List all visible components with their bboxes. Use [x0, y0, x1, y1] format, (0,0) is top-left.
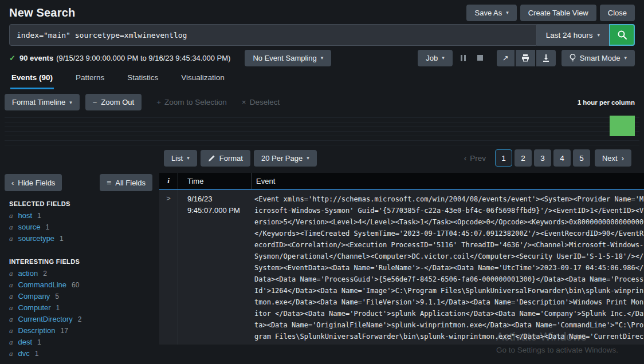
- page-title: New Search: [9, 6, 75, 19]
- share-button[interactable]: ↗: [497, 50, 515, 66]
- interesting-fields-list: aaction2aCommandLine60aCompany5aComputer…: [5, 268, 152, 359]
- close-x-icon: ×: [242, 98, 246, 106]
- events-table-header: i Time Event: [159, 173, 644, 190]
- page-button-5[interactable]: 5: [573, 149, 590, 167]
- page-button-2[interactable]: 2: [515, 149, 532, 167]
- event-row: > 9/16/23 9:45:07.000 PM <Event xmlns='h…: [159, 190, 644, 345]
- field-name: dest: [18, 338, 33, 346]
- interesting-fields-title: INTERESTING FIELDS: [9, 258, 152, 265]
- field-name: dvc: [18, 349, 30, 358]
- stop-icon[interactable]: [477, 55, 483, 61]
- field-item-dvc[interactable]: advc1: [5, 348, 152, 359]
- event-clock-time: 9:45:07.000 PM: [187, 205, 248, 216]
- caret-down-icon: ▾: [69, 100, 72, 105]
- save-as-button[interactable]: Save As ▾: [466, 5, 516, 21]
- results-main: List ▾ Format 20 Per Page ▾ ‹ Prev 12345: [159, 149, 644, 345]
- search-input[interactable]: index="main" sourcetype=xmlwineventlog: [9, 24, 537, 46]
- tab-statistics[interactable]: Statistics: [126, 69, 159, 89]
- timeline-chart[interactable]: [5, 113, 639, 145]
- event-sampling-button[interactable]: No Event Sampling ▾: [245, 50, 331, 66]
- field-name: action: [18, 269, 38, 278]
- event-text[interactable]: <Event xmlns='http://schemas.microsoft.c…: [251, 190, 644, 345]
- result-count: 90 events: [19, 54, 53, 62]
- field-count: 2: [43, 270, 47, 278]
- fields-sidebar: ‹ Hide Fields ≡ All Fields SELECTED FIEL…: [0, 149, 159, 345]
- export-button[interactable]: [536, 50, 556, 66]
- deselect-button[interactable]: × Deselect: [242, 98, 280, 106]
- time-range-picker[interactable]: Last 24 hours ▾: [537, 24, 609, 46]
- events-table: i Time Event > 9/16/23 9:45:07.000 PM <E…: [159, 173, 644, 345]
- field-item-action[interactable]: aaction2: [5, 268, 152, 279]
- selected-fields-list: ahost1asource1asourcetype1: [5, 210, 152, 244]
- list-icon: ≡: [107, 178, 111, 187]
- field-item-CurrentDirectory[interactable]: aCurrentDirectory2: [5, 314, 152, 325]
- page-button-4[interactable]: 4: [553, 149, 571, 167]
- field-item-source[interactable]: asource1: [5, 221, 152, 233]
- field-type-icon: a: [9, 211, 13, 220]
- field-count: 1: [35, 350, 39, 358]
- field-type-icon: a: [9, 303, 13, 312]
- row-expand-button[interactable]: >: [159, 190, 178, 345]
- field-type-icon: a: [9, 315, 13, 324]
- field-item-Computer[interactable]: aComputer1: [5, 302, 152, 314]
- tab-visualization[interactable]: Visualization: [180, 69, 226, 89]
- field-type-icon: a: [9, 280, 13, 290]
- field-item-Description[interactable]: aDescription17: [5, 325, 152, 337]
- event-date: 9/16/23: [187, 193, 248, 205]
- share-icon: ↗: [502, 54, 509, 62]
- field-item-dest[interactable]: adest1: [5, 337, 152, 348]
- zoom-to-selection-button[interactable]: + Zoom to Selection: [156, 98, 227, 106]
- all-fields-button[interactable]: ≡ All Fields: [100, 174, 152, 191]
- field-name: Computer: [18, 303, 51, 312]
- field-name: host: [18, 211, 33, 220]
- chevron-right-icon: ›: [622, 154, 624, 163]
- chevron-left-icon: ‹: [464, 154, 467, 163]
- field-name: Description: [18, 326, 56, 335]
- close-button[interactable]: Close: [600, 5, 635, 21]
- field-type-icon: a: [9, 338, 13, 347]
- job-status: ✓ 90 events (9/15/23 9:00:00.000 PM to 9…: [9, 50, 331, 66]
- smart-mode-button[interactable]: Smart Mode ▾: [561, 50, 635, 66]
- timeline-scale-label: 1 hour per column: [578, 99, 639, 106]
- tab-patterns[interactable]: Patterns: [74, 69, 105, 89]
- field-type-icon: a: [9, 223, 13, 232]
- create-table-view-button[interactable]: Create Table View: [520, 5, 596, 21]
- job-action-group: ↗: [497, 50, 556, 66]
- field-name: source: [18, 223, 41, 231]
- minus-icon: −: [93, 98, 97, 106]
- field-item-CommandLine[interactable]: aCommandLine60: [5, 279, 152, 291]
- page-button-1[interactable]: 1: [495, 149, 512, 167]
- field-type-icon: a: [9, 269, 13, 278]
- page-button-3[interactable]: 3: [534, 149, 551, 167]
- caret-down-icon: ▾: [506, 10, 509, 15]
- field-count: 60: [72, 281, 79, 289]
- column-header-info[interactable]: i: [159, 176, 178, 185]
- column-header-time[interactable]: Time: [178, 173, 251, 189]
- pause-icon[interactable]: [458, 55, 468, 61]
- search-button[interactable]: [609, 24, 635, 46]
- field-count: 1: [46, 223, 50, 231]
- timeline-controls: Format Timeline ▾ − Zoom Out + Zoom to S…: [0, 89, 644, 111]
- field-item-Company[interactable]: aCompany5: [5, 291, 152, 302]
- column-header-event[interactable]: Event: [251, 173, 644, 189]
- selected-fields-title: SELECTED FIELDS: [9, 200, 152, 207]
- per-page-button[interactable]: 20 Per Page ▾: [254, 150, 317, 167]
- prev-page-button[interactable]: ‹ Prev: [464, 154, 486, 163]
- zoom-out-button[interactable]: − Zoom Out: [85, 94, 142, 110]
- chevron-left-icon: ‹: [11, 179, 14, 187]
- job-menu-button[interactable]: Job ▾: [418, 50, 453, 66]
- format-timeline-button[interactable]: Format Timeline ▾: [5, 94, 80, 110]
- top-header: New Search Save As ▾ Create Table View C…: [0, 0, 644, 24]
- field-name: CurrentDirectory: [18, 315, 73, 323]
- format-button[interactable]: Format: [201, 150, 250, 167]
- print-button[interactable]: [516, 50, 535, 66]
- field-item-host[interactable]: ahost1: [5, 210, 152, 221]
- tab-events-90[interactable]: Events (90): [10, 69, 54, 89]
- timeline-bar[interactable]: [610, 116, 635, 136]
- hide-fields-button[interactable]: ‹ Hide Fields: [5, 174, 62, 191]
- list-view-button[interactable]: List ▾: [164, 150, 197, 167]
- next-page-button[interactable]: Next ›: [595, 149, 631, 167]
- print-icon: [521, 54, 529, 62]
- field-item-sourcetype[interactable]: asourcetype1: [5, 233, 152, 244]
- lightbulb-icon: [570, 54, 576, 62]
